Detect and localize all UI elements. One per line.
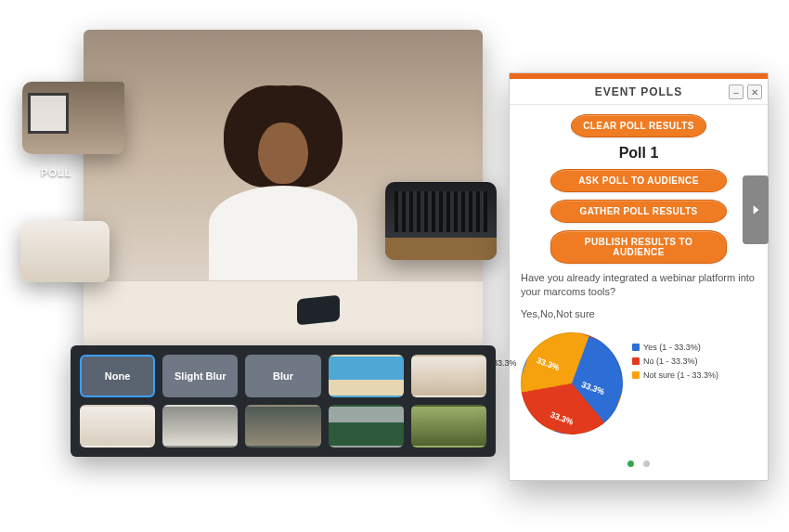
ask-poll-button[interactable]: ASK POLL TO AUDIENCE xyxy=(550,169,727,192)
poll-results-chart: 33.3% 33.3% 33.3% 33.3% Yes (1 - 33.3%) … xyxy=(521,332,757,435)
close-button[interactable]: ✕ xyxy=(747,84,762,99)
poll-title: Poll 1 xyxy=(521,145,757,162)
poll-answer-options: Yes,No,Not sure xyxy=(521,308,757,319)
minimize-button[interactable]: – xyxy=(729,84,744,99)
panel-header: EVENT POLLS – ✕ xyxy=(510,79,768,105)
gather-results-button[interactable]: GATHER POLL RESULTS xyxy=(550,200,727,223)
bg-option-room1[interactable] xyxy=(411,355,486,397)
legend-no: No (1 - 33.3%) xyxy=(643,356,698,368)
legend-notsure: Not sure (1 - 33.3%) xyxy=(643,370,718,382)
bg-option-none[interactable]: None xyxy=(80,355,155,397)
pie-label-notsure: 33.3% xyxy=(536,356,561,372)
legend-swatch-notsure xyxy=(632,371,640,379)
bg-option-forest[interactable] xyxy=(329,405,404,448)
pie-outer-label-notsure: 33.3% xyxy=(493,358,517,368)
background-thumb-room[interactable] xyxy=(20,221,110,282)
chart-legend: Yes (1 - 33.3%) No (1 - 33.3%) Not sure … xyxy=(632,342,718,383)
background-selector: None Slight Blur Blur xyxy=(71,345,496,457)
publish-results-button[interactable]: PUBLISH RESULTS TO AUDIENCE xyxy=(550,230,727,264)
background-thumb-dark-studio[interactable] xyxy=(385,182,497,260)
poll-overlay-label: POLL xyxy=(41,167,71,178)
pie-label-no: 33.3% xyxy=(550,409,575,426)
bg-option-hill[interactable] xyxy=(411,405,486,448)
pie-chart: 33.3% 33.3% 33.3% xyxy=(507,318,638,448)
next-poll-arrow[interactable] xyxy=(743,175,769,244)
panel-title: EVENT POLLS xyxy=(595,85,682,98)
phone-on-desk xyxy=(297,295,340,326)
bg-option-studio[interactable] xyxy=(162,405,238,448)
legend-swatch-no xyxy=(632,357,640,365)
pie-label-yes: 33.3% xyxy=(580,380,605,396)
clear-poll-results-button[interactable]: CLEAR POLL RESULTS xyxy=(571,114,706,137)
page-dot-1[interactable] xyxy=(627,461,634,467)
legend-swatch-yes xyxy=(632,344,640,351)
bg-option-slight-blur[interactable]: Slight Blur xyxy=(162,355,238,397)
chevron-right-icon xyxy=(749,200,762,220)
page-dot-2[interactable] xyxy=(643,461,650,467)
poll-question: Have you already integrated a webinar pl… xyxy=(521,271,757,299)
bg-option-blur[interactable]: Blur xyxy=(245,355,320,397)
legend-yes: Yes (1 - 33.3%) xyxy=(643,342,701,354)
background-thumb-loft[interactable] xyxy=(22,82,124,154)
bg-option-beach[interactable] xyxy=(329,355,404,397)
event-polls-panel: EVENT POLLS – ✕ CLEAR POLL RESULTS Poll … xyxy=(509,72,769,481)
poll-pagination xyxy=(510,454,768,471)
bg-option-room2[interactable] xyxy=(80,405,155,448)
bg-option-interior[interactable] xyxy=(245,405,320,448)
desk xyxy=(84,280,483,345)
